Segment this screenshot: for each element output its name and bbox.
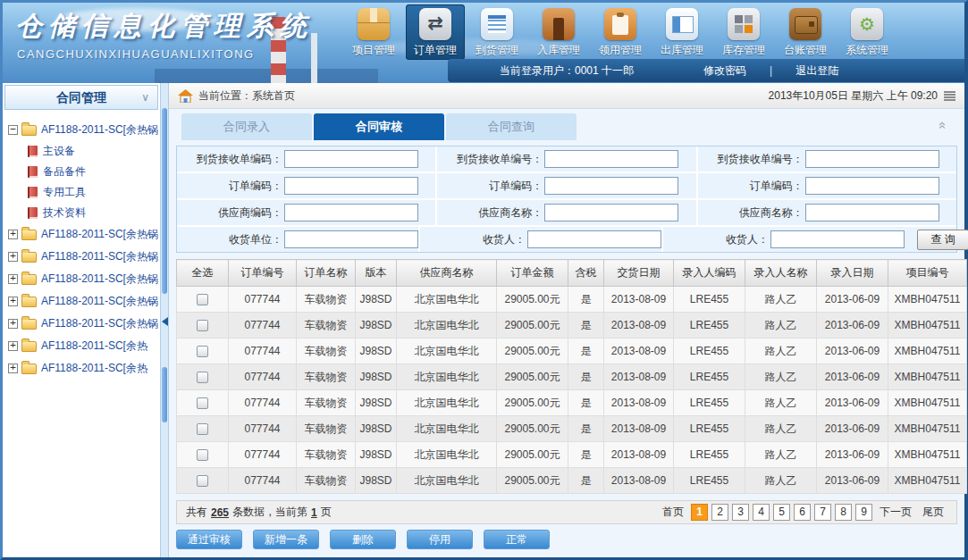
next-page-link[interactable]: 下一页: [880, 505, 912, 520]
nav-item-outbound-mgmt[interactable]: 出库管理: [652, 4, 711, 60]
arrival-receipt-no-2-input[interactable]: [805, 150, 939, 168]
form-row: 收货单位：收货人：收货人：查 询: [177, 227, 956, 252]
nav-item-arrival-mgmt[interactable]: 到货管理: [467, 4, 526, 60]
page-button-2[interactable]: 2: [711, 504, 728, 521]
expand-expander-icon[interactable]: +: [8, 341, 18, 351]
idcard-icon-glyph: [666, 8, 698, 40]
nav-item-inbound-mgmt[interactable]: 入库管理: [529, 4, 588, 60]
receiver-2-input[interactable]: [770, 230, 905, 248]
disable-button[interactable]: 停用: [407, 530, 473, 549]
supplier-name-2-input[interactable]: [805, 204, 939, 221]
last-page-link[interactable]: 尾页: [922, 505, 944, 520]
page-button-4[interactable]: 4: [753, 504, 770, 521]
delete-button[interactable]: 删除: [330, 530, 396, 549]
nav-item-ledger-mgmt[interactable]: 台账管理: [776, 4, 835, 60]
collapse-expander-icon[interactable]: −: [8, 125, 18, 135]
tab-contract-review[interactable]: 合同审核: [314, 113, 444, 140]
supplier-code-input[interactable]: [284, 204, 418, 221]
idcard-icon: [666, 8, 698, 40]
page-button-8[interactable]: 8: [835, 504, 852, 521]
table-cell: 是: [568, 442, 604, 468]
table-cell: 2013-06-09: [817, 287, 888, 313]
nav-item-system-mgmt[interactable]: ⚙系统管理: [838, 4, 896, 60]
scrollbar-thumb[interactable]: [162, 108, 167, 294]
tree-folder-item[interactable]: +AF1188-2011-SC[余热: [6, 335, 158, 357]
form-cell: 到货接收单编号：: [696, 146, 956, 171]
tree-folder-item[interactable]: +AF1188-2011-SC[余热锅炉: [6, 246, 158, 268]
receiver-1-input[interactable]: [527, 230, 661, 248]
table-cell: 路人乙: [745, 416, 817, 442]
scrollbar-thumb[interactable]: [162, 367, 167, 422]
expand-expander-icon[interactable]: +: [8, 319, 18, 329]
table-cell: 车载物资: [297, 416, 356, 442]
row-checkbox[interactable]: [197, 423, 208, 435]
tree-child-item[interactable]: 主设备: [6, 141, 158, 162]
tree-folder-item[interactable]: +AF1188-2011-SC[余热: [6, 357, 158, 380]
sidebar-title-dropdown[interactable]: 合同管理 ∨: [4, 85, 158, 110]
order-code-1-input[interactable]: [284, 177, 418, 195]
tree-child-item[interactable]: 专用工具: [6, 182, 158, 203]
row-checkbox[interactable]: [197, 397, 208, 409]
table-row: 077744车载物资J98SD北京国电华北29005.00元是2013-08-0…: [177, 468, 967, 494]
page-button-7[interactable]: 7: [814, 504, 831, 521]
receiver-unit-label: 收货单位：: [177, 232, 282, 247]
form-cell: 订单编码：: [435, 173, 695, 198]
column-header: 含税: [568, 260, 604, 287]
page-button-3[interactable]: 3: [732, 504, 749, 521]
form-cell: 供应商名称：: [696, 200, 956, 225]
row-checkbox[interactable]: [197, 346, 208, 357]
nav-item-order-mgmt[interactable]: ⇄订单管理: [406, 4, 465, 60]
approve-button[interactable]: 通过审核: [176, 530, 242, 549]
nav-item-inventory-mgmt[interactable]: 库存管理: [714, 4, 773, 60]
nav-item-requisition-mgmt[interactable]: 领用管理: [591, 4, 650, 60]
tree-child-item[interactable]: 技术资料: [6, 203, 158, 223]
arrival-receipt-code-input[interactable]: [284, 150, 418, 168]
receiver-unit-input[interactable]: [284, 230, 418, 248]
table-cell: 29005.00元: [497, 416, 568, 442]
page-button-6[interactable]: 6: [794, 504, 811, 521]
logout-link[interactable]: 退出登陆: [795, 63, 838, 79]
table-cell: 2013-06-09: [817, 390, 888, 416]
tree-folder-item[interactable]: +AF1188-2011-SC[余热锅: [6, 313, 158, 335]
tree-folder-item[interactable]: +AF1188-2011-SC[余热锅炉: [6, 223, 158, 246]
add-one-button[interactable]: 新增一条: [253, 530, 319, 549]
supplier-name-1-input[interactable]: [544, 204, 678, 221]
order-code-3-input[interactable]: [805, 177, 939, 195]
table-cell: J98SD: [356, 364, 397, 390]
tree-folder-item[interactable]: −AF1188-2011-SC[余热锅炉岛: [6, 119, 158, 141]
search-button[interactable]: 查 询: [917, 230, 968, 250]
nav-item-project-mgmt[interactable]: 项目管理: [344, 4, 403, 60]
page-button-1[interactable]: 1: [691, 504, 708, 521]
tab-contract-query[interactable]: 合同查询: [446, 113, 577, 140]
menu-lines-icon[interactable]: [944, 91, 955, 101]
row-checkbox[interactable]: [197, 372, 208, 383]
change-password-link[interactable]: 修改密码: [703, 63, 746, 79]
nav-item-label: 项目管理: [344, 43, 403, 58]
first-page-link[interactable]: 首页: [662, 505, 684, 520]
arrival-receipt-no-1-input[interactable]: [544, 150, 678, 168]
table-row: 077744车载物资J98SD北京国电华北29005.00元是2013-08-0…: [177, 390, 967, 416]
tab-contract-entry[interactable]: 合同录入: [181, 113, 312, 140]
tree-folder-item[interactable]: +AF1188-2011-SC[余热锅炉: [6, 268, 158, 290]
expand-expander-icon[interactable]: +: [8, 274, 18, 284]
row-checkbox[interactable]: [197, 320, 208, 331]
expand-expander-icon[interactable]: +: [8, 297, 18, 306]
collapse-panel-chevrons-icon[interactable]: «: [935, 121, 950, 129]
collapse-sidebar-arrow-icon[interactable]: [162, 317, 168, 326]
book-icon: [28, 187, 38, 198]
row-checkbox[interactable]: [197, 475, 208, 487]
breadcrumb-location: 当前位置：系统首页: [198, 88, 295, 104]
row-checkbox[interactable]: [197, 294, 208, 305]
expand-expander-icon[interactable]: +: [8, 364, 18, 373]
expand-expander-icon[interactable]: +: [8, 230, 18, 239]
tree-child-item[interactable]: 备品备件: [6, 162, 158, 182]
row-checkbox[interactable]: [197, 449, 208, 461]
normal-button[interactable]: 正常: [484, 530, 550, 549]
nav-item-label: 系统管理: [838, 43, 896, 58]
page-button-9[interactable]: 9: [855, 504, 872, 521]
expand-expander-icon[interactable]: +: [8, 252, 18, 262]
clipboard-icon: [604, 8, 636, 40]
tree-folder-item[interactable]: +AF1188-2011-SC[余热锅: [6, 290, 158, 313]
order-code-2-input[interactable]: [544, 177, 678, 195]
page-button-5[interactable]: 5: [773, 504, 790, 521]
